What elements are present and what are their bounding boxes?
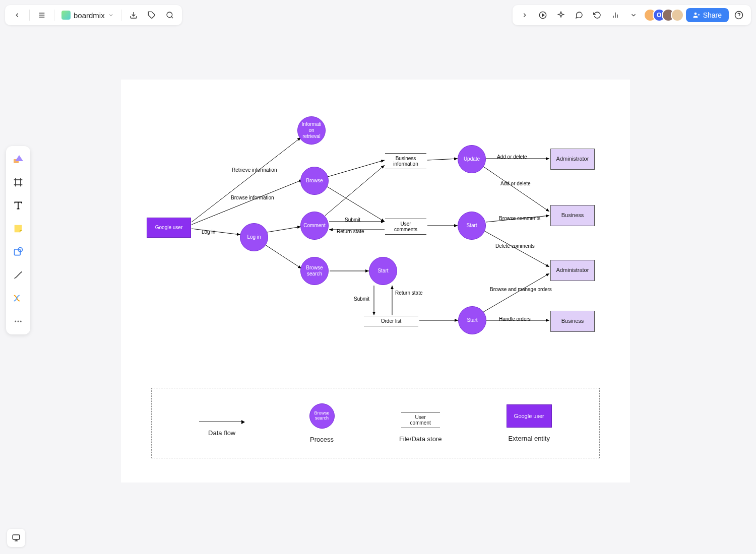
avatar[interactable] [671, 9, 684, 22]
edge-label: Delete comments [495, 243, 535, 249]
edge-label: Browse and manage orders [490, 287, 552, 292]
legend-external: Google user External entity [507, 404, 552, 442]
svg-rect-24 [15, 249, 21, 255]
edge-label: Return state [337, 229, 364, 234]
edge-label: Return state [395, 290, 422, 296]
external-icon: Google user [507, 404, 552, 428]
menu-button[interactable] [34, 7, 50, 23]
node-business2[interactable]: Business [550, 311, 595, 332]
topbar-right: O Share [513, 5, 751, 25]
search-button[interactable] [162, 7, 178, 23]
edge-label: Retrieve information [232, 167, 277, 173]
process-icon: Browse search [309, 403, 335, 429]
share-button[interactable]: Share [686, 8, 729, 22]
node-browse[interactable]: Browse [300, 167, 329, 195]
svg-point-11 [694, 13, 697, 15]
shape-tool[interactable] [10, 244, 26, 260]
shapes-tool[interactable] [10, 151, 26, 167]
history-button[interactable] [589, 7, 605, 23]
datastore-user-comments[interactable]: User comments [385, 219, 426, 235]
node-start3[interactable]: Start [458, 306, 486, 334]
more-chevron-button[interactable] [625, 7, 642, 23]
pen-tool[interactable] [10, 267, 26, 283]
edge-label: Browse comments [499, 216, 540, 221]
svg-point-28 [20, 321, 22, 322]
back-button[interactable] [9, 7, 25, 23]
node-admin1[interactable]: Administrator [550, 149, 595, 170]
sparkle-button[interactable] [553, 7, 569, 23]
svg-line-40 [327, 186, 385, 222]
chat-button[interactable] [571, 7, 587, 23]
svg-line-52 [483, 273, 549, 312]
diagram-canvas[interactable]: Google user Informati on retrieval Brows… [121, 80, 630, 482]
presentation-widget[interactable] [7, 529, 25, 547]
svg-line-42 [427, 159, 458, 160]
node-info-retrieval[interactable]: Informati on retrieval [297, 116, 326, 145]
brand-selector[interactable]: boardmix [58, 11, 117, 20]
node-start1[interactable]: Start [458, 212, 486, 240]
node-admin2[interactable]: Administrator [550, 260, 595, 281]
svg-line-36 [264, 244, 301, 268]
svg-line-5 [171, 17, 173, 18]
datastore-order-list[interactable]: Order list [364, 316, 418, 326]
edge-label: Log in [202, 229, 215, 235]
side-toolbar [6, 146, 30, 334]
datastore-biz-info[interactable]: Business information [385, 153, 426, 169]
svg-point-26 [15, 321, 16, 322]
svg-line-32 [192, 137, 301, 222]
arrow-icon [199, 422, 244, 422]
edge-label: Browse information [231, 195, 274, 200]
chart-button[interactable] [607, 7, 623, 23]
sticky-tool[interactable] [10, 221, 26, 237]
svg-marker-17 [15, 155, 23, 161]
svg-line-33 [192, 180, 302, 225]
brand-logo-icon [61, 11, 71, 20]
node-update[interactable]: Update [458, 145, 486, 173]
chevron-right-button[interactable] [517, 7, 533, 23]
svg-line-41 [325, 165, 385, 216]
svg-point-27 [18, 321, 19, 322]
text-tool[interactable] [10, 197, 26, 214]
more-tools[interactable] [10, 313, 26, 329]
avatar-stack[interactable]: O [644, 9, 684, 22]
node-browse-search[interactable]: Browse search [300, 257, 329, 285]
svg-rect-29 [13, 535, 20, 539]
edge-label: Add or delete [500, 181, 531, 186]
svg-line-35 [267, 227, 301, 232]
frame-tool[interactable] [10, 174, 26, 190]
node-comment[interactable]: Comment [300, 212, 329, 240]
node-business1[interactable]: Business [550, 205, 595, 226]
legend-dataflow: Data flow [199, 409, 244, 437]
datastore-icon: User comment [401, 412, 440, 428]
play-button[interactable] [535, 7, 551, 23]
svg-line-34 [192, 229, 240, 235]
tag-button[interactable] [144, 7, 160, 23]
edge-label: Handle orders [499, 316, 531, 322]
legend-process: Browse search Process [309, 403, 335, 443]
help-button[interactable] [731, 7, 747, 23]
topbar-left: boardmix [5, 5, 182, 25]
svg-line-37 [328, 160, 385, 177]
node-login[interactable]: Log in [240, 223, 268, 251]
chevron-down-icon [108, 12, 114, 18]
svg-marker-7 [542, 14, 544, 16]
node-start2[interactable]: Start [369, 257, 397, 285]
connector-tool[interactable] [10, 290, 26, 306]
svg-point-4 [167, 12, 172, 18]
edge-label: Submit [345, 217, 360, 223]
download-button[interactable] [125, 7, 142, 23]
share-label: Share [703, 11, 722, 19]
legend-filestore: User comment File/Data store [399, 404, 442, 443]
legend: Data flow Browse search Process User com… [151, 388, 600, 458]
node-google-user[interactable]: Google user [147, 218, 191, 238]
edge-label: Submit [354, 296, 369, 302]
edge-label: Add or delete [497, 154, 527, 160]
brand-name: boardmix [74, 11, 105, 20]
svg-line-47 [484, 231, 549, 267]
svg-line-45 [483, 166, 549, 212]
